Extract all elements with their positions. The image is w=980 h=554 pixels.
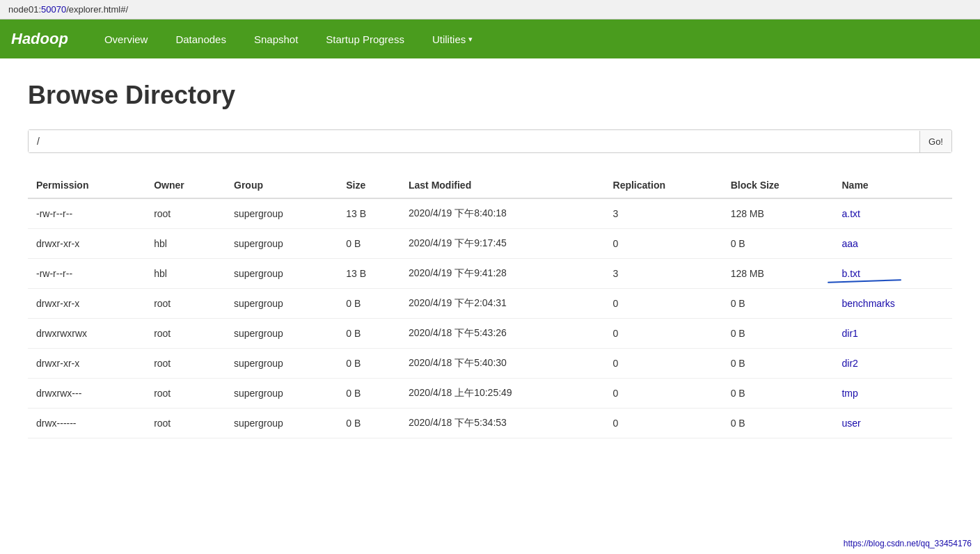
cell-replication: 0: [605, 229, 722, 259]
nav-utilities-label: Utilities: [432, 33, 466, 45]
cell-block-size: 128 MB: [722, 198, 834, 229]
cell-owner: root: [145, 319, 226, 349]
table-row: -rw-r--r--rootsupergroup13 B2020/4/19 下午…: [28, 198, 952, 229]
col-header-group: Group: [226, 173, 338, 198]
table-row: drwxr-xr-xrootsupergroup0 B2020/4/18 下午5…: [28, 349, 952, 379]
cell-name[interactable]: aaa: [833, 229, 952, 259]
col-header-size: Size: [338, 173, 400, 198]
cell-owner: root: [145, 379, 226, 409]
col-header-name: Name: [833, 173, 952, 198]
cell-name[interactable]: a.txt: [833, 198, 952, 229]
cell-size: 0 B: [338, 289, 400, 319]
cell-group: supergroup: [226, 259, 338, 289]
cell-group: supergroup: [226, 289, 338, 319]
cell-block-size: 0 B: [722, 289, 834, 319]
nav-link-utilities[interactable]: Utilities ▾: [418, 21, 487, 58]
cell-last-modified: 2020/4/19 下午9:17:45: [400, 229, 605, 259]
cell-replication: 0: [605, 319, 722, 349]
cell-name[interactable]: b.txt: [833, 259, 952, 289]
browser-url-bar: node01:50070/explorer.html#/: [0, 0, 980, 19]
cell-size: 13 B: [338, 259, 400, 289]
url-host: node01:: [8, 4, 41, 15]
cell-block-size: 128 MB: [722, 259, 834, 289]
cell-block-size: 0 B: [722, 229, 834, 259]
col-header-owner: Owner: [145, 173, 226, 198]
cell-size: 0 B: [338, 319, 400, 349]
table-row: -rw-r--r--hblsupergroup13 B2020/4/19 下午9…: [28, 259, 952, 289]
nav-link-overview[interactable]: Overview: [90, 21, 162, 58]
cell-last-modified: 2020/4/18 下午5:40:30: [400, 349, 605, 379]
cell-group: supergroup: [226, 229, 338, 259]
cell-permission: drwxr-xr-x: [28, 289, 145, 319]
nav-link-startup-progress[interactable]: Startup Progress: [312, 21, 418, 58]
table-header: Permission Owner Group Size Last Modifie…: [28, 173, 952, 198]
col-header-block-size: Block Size: [722, 173, 834, 198]
path-input[interactable]: [29, 130, 919, 152]
col-header-last-modified: Last Modified: [400, 173, 605, 198]
cell-name[interactable]: benchmarks: [833, 289, 952, 319]
nav-item-snapshot[interactable]: Snapshot: [240, 21, 312, 58]
cell-group: supergroup: [226, 319, 338, 349]
cell-group: supergroup: [226, 349, 338, 379]
cell-owner: root: [145, 289, 226, 319]
cell-last-modified: 2020/4/19 下午9:41:28: [400, 259, 605, 289]
cell-replication: 3: [605, 198, 722, 229]
navbar: Hadoop Overview Datanodes Snapshot Start…: [0, 19, 980, 58]
cell-permission: drwxrwxrwx: [28, 319, 145, 349]
cell-owner: hbl: [145, 229, 226, 259]
cell-replication: 0: [605, 409, 722, 438]
nav-brand: Hadoop: [11, 30, 68, 48]
cell-block-size: 0 B: [722, 409, 834, 438]
col-header-permission: Permission: [28, 173, 145, 198]
cell-permission: drwxr-xr-x: [28, 349, 145, 379]
cell-size: 0 B: [338, 349, 400, 379]
nav-item-datanodes[interactable]: Datanodes: [161, 21, 240, 58]
cell-owner: hbl: [145, 259, 226, 289]
nav-item-utilities[interactable]: Utilities ▾: [418, 21, 487, 58]
cell-name[interactable]: user: [833, 409, 952, 438]
path-bar: Go!: [28, 129, 952, 153]
cell-size: 0 B: [338, 379, 400, 409]
table-body: -rw-r--r--rootsupergroup13 B2020/4/19 下午…: [28, 198, 952, 438]
nav-link-snapshot[interactable]: Snapshot: [240, 21, 312, 58]
cell-name[interactable]: tmp: [833, 379, 952, 409]
cell-replication: 0: [605, 289, 722, 319]
table-row: drwxr-xr-xhblsupergroup0 B2020/4/19 下午9:…: [28, 229, 952, 259]
cell-replication: 0: [605, 349, 722, 379]
cell-permission: -rw-r--r--: [28, 198, 145, 229]
cell-group: supergroup: [226, 198, 338, 229]
url-port: 50070: [41, 4, 66, 15]
cell-replication: 0: [605, 379, 722, 409]
table-row: drwxrwx---rootsupergroup0 B2020/4/18 上午1…: [28, 379, 952, 409]
main-content: Browse Directory Go! Permission Owner Gr…: [0, 58, 980, 461]
cell-last-modified: 2020/4/18 下午5:43:26: [400, 319, 605, 349]
cell-size: 0 B: [338, 409, 400, 438]
url-path: /explorer.html#/: [66, 4, 128, 15]
cell-replication: 3: [605, 259, 722, 289]
cell-name[interactable]: dir2: [833, 349, 952, 379]
cell-size: 13 B: [338, 198, 400, 229]
cell-permission: drwxr-xr-x: [28, 229, 145, 259]
cell-last-modified: 2020/4/18 下午5:34:53: [400, 409, 605, 438]
cell-owner: root: [145, 409, 226, 438]
cell-block-size: 0 B: [722, 349, 834, 379]
cell-last-modified: 2020/4/19 下午8:40:18: [400, 198, 605, 229]
cell-name[interactable]: dir1: [833, 319, 952, 349]
col-header-replication: Replication: [605, 173, 722, 198]
nav-link-datanodes[interactable]: Datanodes: [161, 21, 240, 58]
go-button[interactable]: Go!: [919, 131, 951, 152]
chevron-down-icon: ▾: [468, 35, 473, 44]
cell-permission: -rw-r--r--: [28, 259, 145, 289]
cell-block-size: 0 B: [722, 319, 834, 349]
cell-last-modified: 2020/4/19 下午2:04:31: [400, 289, 605, 319]
cell-owner: root: [145, 349, 226, 379]
nav-item-startup-progress[interactable]: Startup Progress: [312, 21, 418, 58]
cell-group: supergroup: [226, 409, 338, 438]
table-row: drwxrwxrwxrootsupergroup0 B2020/4/18 下午5…: [28, 319, 952, 349]
cell-last-modified: 2020/4/18 上午10:25:49: [400, 379, 605, 409]
cell-group: supergroup: [226, 379, 338, 409]
page-title: Browse Directory: [28, 81, 952, 110]
nav-item-overview[interactable]: Overview: [90, 21, 162, 58]
cell-block-size: 0 B: [722, 379, 834, 409]
cell-owner: root: [145, 198, 226, 229]
